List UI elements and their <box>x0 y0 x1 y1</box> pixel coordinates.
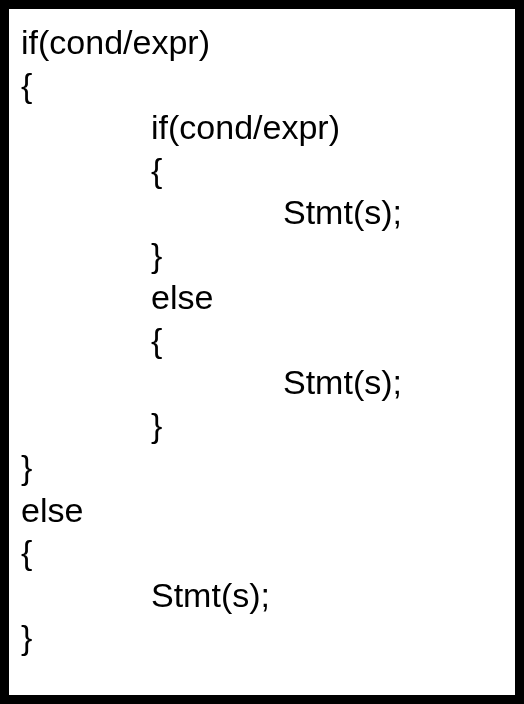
code-line: Stmt(s); <box>21 574 507 617</box>
code-line: if(cond/expr) <box>21 21 507 64</box>
code-line: { <box>21 531 507 574</box>
code-line: } <box>21 404 507 447</box>
code-line: else <box>21 489 507 532</box>
code-line: else <box>21 276 507 319</box>
code-line: { <box>21 149 507 192</box>
code-line: Stmt(s); <box>21 361 507 404</box>
code-line: { <box>21 319 507 362</box>
code-line: } <box>21 446 507 489</box>
code-line: if(cond/expr) <box>21 106 507 149</box>
code-frame: if(cond/expr) { if(cond/expr) { Stmt(s);… <box>0 0 524 704</box>
code-line: Stmt(s); <box>21 191 507 234</box>
code-line: } <box>21 234 507 277</box>
code-line: } <box>21 616 507 659</box>
code-line: { <box>21 64 507 107</box>
